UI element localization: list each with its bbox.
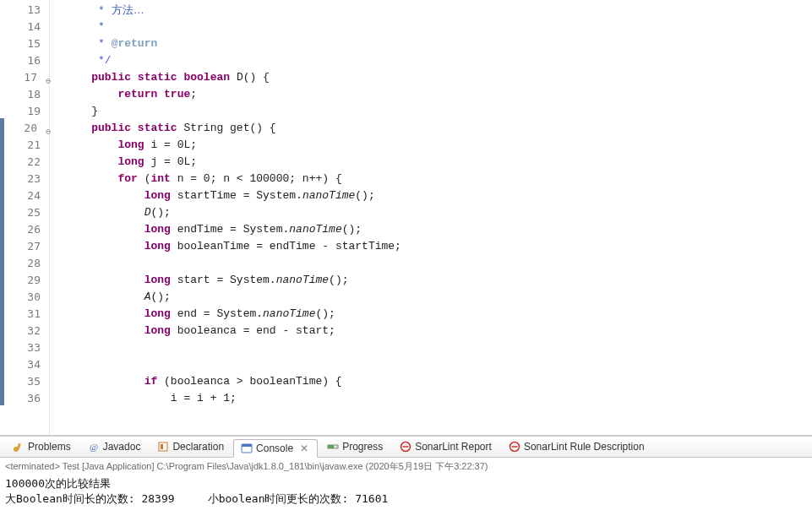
console-icon (241, 442, 253, 454)
line-number[interactable]: 18 (4, 86, 49, 103)
code-line[interactable]: * 方法… (65, 2, 812, 19)
code-line[interactable]: long end = System.nanoTime(); (65, 306, 812, 323)
code-line[interactable]: } (65, 103, 812, 120)
code-line[interactable]: public static boolean D() { (65, 69, 812, 86)
tab-console[interactable]: Console ✕ (233, 439, 318, 458)
code-line[interactable]: * (65, 19, 812, 35)
line-number[interactable]: 27 (4, 238, 49, 255)
line-number[interactable]: 17⊖ (4, 69, 49, 86)
code-line[interactable]: long startTime = System.nanoTime(); (65, 187, 812, 204)
code-line[interactable]: long endTime = System.nanoTime(); (65, 221, 812, 238)
code-line[interactable]: */ (65, 52, 812, 69)
code-line[interactable]: long i = 0L; (65, 137, 812, 154)
code-line[interactable]: D(); (65, 204, 812, 221)
svg-rect-6 (242, 444, 252, 447)
line-number[interactable]: 23 (4, 171, 49, 187)
code-line[interactable]: * @return (65, 35, 812, 52)
svg-rect-4 (161, 444, 163, 449)
line-number[interactable]: 28 (4, 255, 49, 272)
code-line[interactable]: for (int n = 0; n < 100000; n++) { (65, 171, 812, 187)
tab-sonarlint-rule-label: SonarLint Rule Description (524, 441, 645, 453)
code-line[interactable]: i = i + 1; (65, 390, 812, 407)
code-line[interactable]: if (booleanca > booleanTime) { (65, 373, 812, 390)
tab-problems[interactable]: Problems (5, 437, 79, 456)
line-number[interactable]: 25 (4, 204, 49, 221)
close-icon[interactable]: ✕ (298, 442, 310, 454)
fold-toggle-icon[interactable]: ⊖ (42, 73, 51, 81)
sonarlint-report-icon (400, 441, 411, 453)
code-editor: 1314151617⊖181920⊖2122232425262728293031… (0, 0, 812, 436)
console-line-2: 大Boolean时间长的次数: 28399 小boolean时间更长的次数: 7… (5, 492, 388, 505)
progress-icon (327, 441, 339, 453)
code-line[interactable]: public static String get() { (65, 120, 812, 137)
line-number[interactable]: 19 (4, 103, 49, 120)
javadoc-icon: @ (88, 441, 100, 453)
line-number[interactable]: 29 (4, 272, 49, 289)
line-number[interactable]: 26 (4, 221, 49, 238)
line-number[interactable]: 36 (4, 390, 49, 407)
svg-text:@: @ (90, 442, 98, 452)
tab-sonarlint-rule[interactable]: SonarLint Rule Description (501, 437, 652, 456)
tab-progress-label: Progress (342, 441, 383, 453)
line-number-gutter[interactable]: 1314151617⊖181920⊖2122232425262728293031… (4, 0, 50, 435)
svg-rect-1 (17, 443, 21, 450)
sonarlint-rule-icon (509, 441, 520, 453)
code-line[interactable]: long booleanca = end - start; (65, 323, 812, 339)
code-line[interactable] (65, 356, 812, 373)
tab-declaration-label: Declaration (172, 441, 224, 453)
code-line[interactable]: long start = System.nanoTime(); (65, 272, 812, 289)
console-process-header: <terminated> Test [Java Application] C:\… (0, 458, 812, 475)
code-line[interactable] (65, 255, 812, 272)
line-number[interactable]: 31 (4, 306, 49, 323)
bottom-tabs: Problems @ Javadoc Declaration Console ✕… (0, 436, 812, 458)
line-number[interactable]: 13 (4, 2, 49, 19)
line-number[interactable]: 33 (4, 339, 49, 356)
tab-problems-label: Problems (28, 441, 71, 453)
line-number[interactable]: 30 (4, 289, 49, 306)
line-number[interactable]: 21 (4, 137, 49, 154)
code-line[interactable]: long booleanTime = endTime - startTime; (65, 238, 812, 255)
tab-console-label: Console (256, 442, 293, 454)
tab-javadoc-label: Javadoc (103, 441, 141, 453)
line-number[interactable]: 14 (4, 19, 49, 35)
svg-rect-8 (328, 445, 334, 448)
line-number[interactable]: 20⊖ (4, 120, 49, 137)
console-line-1: 100000次的比较结果 (5, 477, 111, 490)
declaration-icon (157, 441, 169, 453)
line-number[interactable]: 15 (4, 35, 49, 52)
tab-progress[interactable]: Progress (319, 437, 390, 456)
tab-declaration[interactable]: Declaration (150, 437, 232, 456)
tab-javadoc[interactable]: @ Javadoc (80, 437, 149, 456)
line-number[interactable]: 16 (4, 52, 49, 69)
code-line[interactable]: long j = 0L; (65, 154, 812, 171)
code-line[interactable]: return true; (65, 86, 812, 103)
code-line[interactable] (65, 339, 812, 356)
line-number[interactable]: 32 (4, 323, 49, 339)
problems-icon (13, 441, 25, 453)
code-line[interactable]: A(); (65, 289, 812, 306)
line-number[interactable]: 34 (4, 356, 49, 373)
tab-sonarlint-report-label: SonarLint Report (415, 441, 492, 453)
line-number[interactable]: 35 (4, 373, 49, 390)
code-content[interactable]: * 方法… * * @return */ public static boole… (50, 0, 812, 435)
tab-sonarlint-report[interactable]: SonarLint Report (392, 437, 499, 456)
line-number[interactable]: 24 (4, 187, 49, 204)
console-output[interactable]: 100000次的比较结果 大Boolean时间长的次数: 28399 小bool… (0, 475, 812, 510)
fold-toggle-icon[interactable]: ⊖ (42, 123, 51, 132)
line-number[interactable]: 22 (4, 154, 49, 171)
